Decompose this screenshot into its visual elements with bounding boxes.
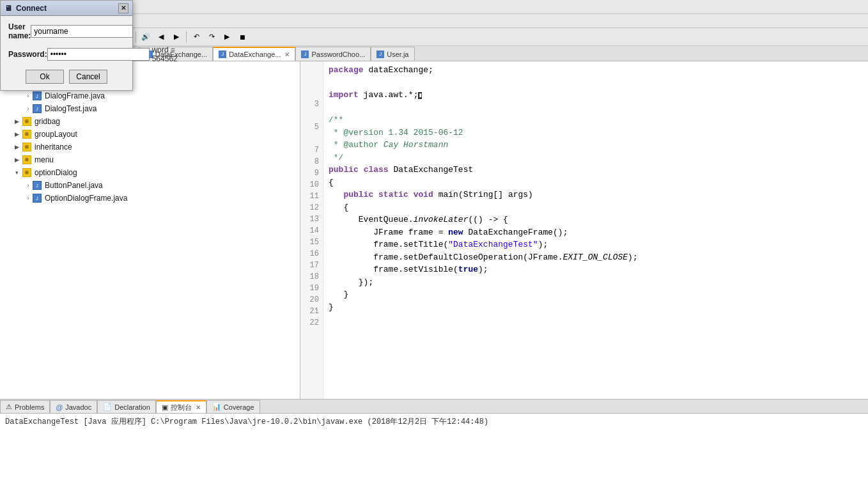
arrow-gridbag: ▶ [13, 118, 20, 125]
tab-javadoc[interactable]: @ Javadoc [50, 400, 97, 413]
tab-problems-icon: ⚠ [6, 403, 12, 411]
ok-button[interactable]: Ok [26, 70, 64, 84]
tab-passwordchooser[interactable]: J PasswordChoo... [295, 47, 371, 61]
tab-coverage-icon: 📊 [212, 403, 221, 411]
arrow-dialogframe: › [26, 92, 31, 100]
tab-close-active[interactable]: ✕ [284, 51, 290, 58]
toolbar-btn-8[interactable]: 🔊 [139, 30, 153, 44]
tree-dialogtest[interactable]: › J DialogTest.java [0, 102, 300, 115]
toolbar-btn-11[interactable]: ▶ [220, 30, 234, 44]
dialog-title-left: 🖥 Connect [4, 4, 47, 13]
dialog-buttons: Ok Cancel [8, 70, 125, 84]
password-label: Password: [8, 50, 47, 59]
java-icon-dialogtest: J [32, 104, 42, 114]
tab-console[interactable]: ▣ 控制台 ✕ [156, 400, 206, 413]
tab-icon-6: J [376, 51, 384, 58]
arrow-inheritance: ▶ [13, 143, 20, 151]
toolbar-btn-10[interactable]: ▶ [169, 30, 183, 44]
pkg-icon-inheritance: ⊞ [22, 142, 32, 152]
tab-dataexchange2[interactable]: J DataExchange... ✕ [213, 47, 295, 61]
tab-declaration[interactable]: 📄 Declaration [97, 400, 156, 413]
arrow-buttonpanel: › [26, 182, 31, 189]
username-row: User name: [8, 22, 125, 40]
dialog-title-text: Connect [16, 4, 47, 13]
tab-problems[interactable]: ⚠ Problems [0, 400, 50, 413]
tab-declaration-icon: 📄 [103, 403, 112, 411]
toolbar-btn-fwd[interactable]: ↷ [205, 30, 219, 44]
tree-buttonpanel[interactable]: › J ButtonPanel.java [0, 179, 300, 192]
tree-optiondialog[interactable]: ▾ ⊞ optionDialog [0, 166, 300, 179]
password-input[interactable] [47, 48, 150, 61]
console-content: DataExchangeTest [Java 应用程序] C:\Program … [0, 414, 868, 430]
tab-icon-5: J [301, 51, 309, 58]
code-editor[interactable]: 3 5 7 8 9 10 11 12 13 14 15 16 17 18 [300, 61, 868, 399]
toolbar-btn-back[interactable]: ↶ [189, 30, 203, 44]
code-text[interactable]: package dataExchange; import java.awt.*;… [323, 61, 643, 399]
extra-text: word = 564562 [152, 45, 178, 63]
java-icon-dialogframe: J [32, 91, 42, 101]
dialog-body: User name: Password: word = 564562 Ok Ca… [1, 16, 132, 90]
dialog-title-icon: 🖥 [4, 4, 12, 13]
username-label: User name: [8, 22, 31, 40]
main-area: ▾ ⊞ dialog › J AboutDialog.java › J [0, 61, 868, 399]
tab-javadoc-icon: @ [56, 403, 63, 411]
pkg-icon-grouplayout: ⊞ [22, 129, 32, 139]
java-icon-buttonpanel: J [32, 180, 42, 190]
tab-userjava[interactable]: J User.ja [371, 47, 414, 61]
tree-grouplayout[interactable]: ▶ ⊞ groupLayout [0, 128, 300, 141]
arrow-grouplayout: ▶ [13, 130, 20, 138]
line-numbers: 3 5 7 8 9 10 11 12 13 14 15 16 17 18 [300, 61, 323, 399]
arrow-dialogtest: › [26, 105, 31, 113]
tab-icon-4: J [219, 51, 226, 58]
dialog-titlebar: 🖥 Connect ✕ [1, 1, 132, 16]
tab-coverage[interactable]: 📊 Coverage [206, 400, 260, 413]
tree-dialogframe[interactable]: › J DialogFrame.java [0, 89, 300, 102]
toolbar-btn-12[interactable]: ⏹ [235, 30, 249, 44]
pkg-icon-gridbag: ⊞ [22, 116, 32, 127]
tab-console-close[interactable]: ✕ [196, 404, 201, 411]
code-content: 3 5 7 8 9 10 11 12 13 14 15 16 17 18 [300, 61, 868, 399]
toolbar-sep-3 [136, 31, 136, 43]
connect-dialog: 🖥 Connect ✕ User name: Password: word = … [0, 0, 133, 91]
package-explorer: ▾ ⊞ dialog › J AboutDialog.java › J [0, 61, 300, 399]
tree-inheritance[interactable]: ▶ ⊞ inheritance [0, 141, 300, 153]
cancel-button[interactable]: Cancel [69, 70, 107, 84]
tree-gridbag[interactable]: ▶ ⊞ gridbag [0, 115, 300, 128]
bottom-tabbar: ⚠ Problems @ Javadoc 📄 Declaration ▣ 控制台… [0, 400, 868, 414]
username-input[interactable] [31, 25, 133, 38]
pkg-icon-menu: ⊞ [22, 155, 32, 165]
ide-container: DataExchange... - Eclipse IDE 窗口(W) 帮助(H… [0, 0, 868, 482]
tree-optiondialogframe[interactable]: › J OptionDialogFrame.java [0, 192, 300, 205]
java-icon-optiondialogframe: J [32, 193, 42, 203]
toolbar-sep-4 [186, 31, 187, 43]
arrow-menu: ▶ [13, 156, 20, 164]
arrow-optiondialog: ▾ [13, 169, 20, 176]
password-row: Password: word = 564562 [8, 45, 125, 63]
tree-menu[interactable]: ▶ ⊞ menu [0, 153, 300, 166]
tab-console-icon: ▣ [162, 403, 168, 412]
bottom-panel: ⚠ Problems @ Javadoc 📄 Declaration ▣ 控制台… [0, 399, 868, 482]
dialog-close-button[interactable]: ✕ [118, 3, 128, 13]
arrow-optiondialogframe: › [26, 194, 31, 202]
toolbar-btn-9[interactable]: ◀ [154, 30, 168, 44]
pkg-icon-optiondialog: ⊞ [22, 167, 32, 178]
